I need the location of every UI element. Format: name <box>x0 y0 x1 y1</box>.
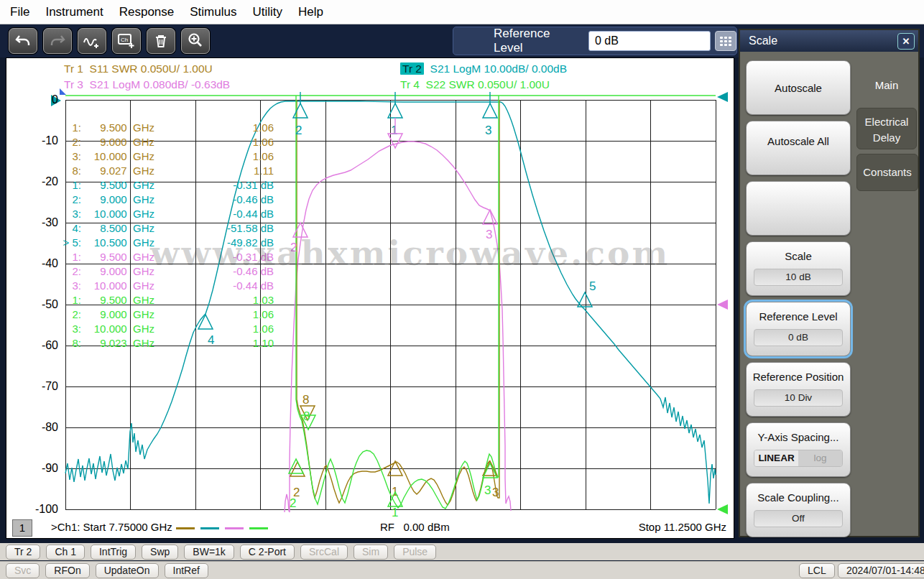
zoom-icon <box>187 32 204 50</box>
status-bar-row2: LCL 2024/07/01-14:48 SvcRFOnUpdateOnIntR… <box>0 561 924 579</box>
marker-frequency: 9.500 GHz <box>83 293 154 307</box>
marker-number: 2: <box>52 193 81 207</box>
scale-coupling-button[interactable]: Scale Coupling... Off <box>746 483 851 537</box>
status-chip-swp[interactable]: Swp <box>142 545 178 560</box>
marker-value: -0.44 dB <box>182 279 274 293</box>
menu-item-file[interactable]: File <box>10 5 29 19</box>
marker-value: 1.11 <box>182 164 274 178</box>
status-chip-ch-1[interactable]: Ch 1 <box>46 545 85 560</box>
menu-item-instrument[interactable]: Instrument <box>45 5 103 19</box>
marker-value: -0.46 dB <box>182 264 274 279</box>
marker-frequency: 8.500 GHz <box>83 221 154 236</box>
zoom-button[interactable] <box>181 28 210 54</box>
reference-position-value: 10 Div <box>754 389 843 407</box>
marker-frequency: 9.500 GHz <box>83 250 154 264</box>
channel-number-badge[interactable]: 1 <box>12 519 32 537</box>
status-chip-intref[interactable]: IntRef <box>165 563 208 578</box>
trace-id-label: Tr 3 <box>64 78 83 91</box>
trace4-header[interactable]: Tr 4 S22 SWR 0.050U/ 1.00U <box>400 78 550 91</box>
marker-frequency: 10.000 GHz <box>83 322 154 336</box>
trace2-legend-dash <box>200 527 219 529</box>
chart-marker[interactable]: 2 <box>289 459 303 510</box>
reference-level-button[interactable]: Reference Level 0 dB <box>746 302 851 356</box>
status-chip-bw-1k[interactable]: BW=1k <box>184 545 234 560</box>
tab-electrical-delay[interactable]: Electrical Delay <box>856 108 917 149</box>
scale-value: 10 dB <box>754 269 843 286</box>
sweep-start-label[interactable]: >Ch1: Start 7.75000 GHz <box>51 521 172 533</box>
log-option[interactable]: log <box>798 450 842 466</box>
keypad-icon <box>720 37 731 46</box>
marker-number: 3: <box>52 207 81 221</box>
menu-item-stimulus[interactable]: Stimulus <box>190 5 236 19</box>
marker-frequency: 9.500 GHz <box>83 178 154 193</box>
status-bar-row1: Tr 2Ch 1IntTrigSwpBW=1kC 2-PortSrcCalSim… <box>0 543 924 560</box>
status-chip-inttrig[interactable]: IntTrig <box>91 545 136 560</box>
trace-id-label: Tr 2 <box>400 62 424 75</box>
keypad-button[interactable] <box>715 31 736 51</box>
marker-value: -49.82 dB <box>182 236 274 250</box>
trace-id-label: Tr 4 <box>400 78 420 91</box>
grid <box>65 100 716 509</box>
menu-item-response[interactable]: Response <box>119 5 175 19</box>
marker-number: 1: <box>52 178 81 193</box>
scale-button[interactable]: Scale 10 dB <box>746 241 851 296</box>
reference-position-button[interactable]: Reference Position 10 Div <box>746 362 851 417</box>
svg-text:Ch: Ch <box>121 37 128 43</box>
undo-button[interactable] <box>9 28 37 54</box>
chart-marker[interactable]: 2 <box>293 92 308 137</box>
marker-number: 8: <box>52 336 81 351</box>
chart-marker[interactable]: 3 <box>483 210 497 241</box>
marker-value: 1.06 <box>182 121 274 135</box>
reference-level-input[interactable] <box>588 31 711 51</box>
trace2-header[interactable]: Tr 2 S21 LogM 10.00dB/ 0.00dB <box>400 62 567 75</box>
marker-number-label: 5 <box>589 279 596 293</box>
menu-item-help[interactable]: Help <box>298 5 323 19</box>
chart-marker[interactable]: 5 <box>578 279 596 307</box>
scale-panel: Scale ✕ Autoscale Autoscale All Scale 10… <box>739 29 920 537</box>
y-tick-label: -100 <box>18 503 58 516</box>
status-chip-updateon[interactable]: UpdateOn <box>96 563 159 578</box>
plot-area: 213452382138213 Tr 1 S11 SWR 0.050U/ 1.0… <box>6 57 734 539</box>
marker-value: 1.10 <box>182 336 274 351</box>
marker-frequency: 10.000 GHz <box>83 149 154 164</box>
marker-frequency: 10.500 GHz <box>83 236 154 250</box>
chart-marker[interactable]: 2 <box>290 223 308 254</box>
status-chip-rfon[interactable]: RFOn <box>45 563 89 578</box>
linear-option[interactable]: LINEAR <box>754 450 798 466</box>
redo-icon <box>49 33 66 49</box>
marker-number: 1: <box>52 121 81 135</box>
reference-level-widget: Reference Level <box>453 27 737 55</box>
autoscale-all-button[interactable]: Autoscale All <box>746 121 851 175</box>
y-tick-label: -90 <box>18 462 58 475</box>
status-chip-srccal: SrcCal <box>300 545 348 560</box>
menu-item-utility[interactable]: Utility <box>252 5 282 19</box>
add-channel-button[interactable]: Ch <box>112 28 141 54</box>
chart-marker[interactable]: 3 <box>483 92 497 137</box>
status-chip-c-2-port[interactable]: C 2-Port <box>240 545 295 560</box>
add-trace-icon <box>83 32 101 50</box>
blank-button[interactable] <box>746 181 851 236</box>
y-axis-spacing-button[interactable]: Y-Axis Spacing... LINEAR log <box>746 422 851 477</box>
marker-frequency: 10.000 GHz <box>83 207 154 221</box>
status-chip-tr-2[interactable]: Tr 2 <box>6 545 40 560</box>
marker-number: 8: <box>52 164 81 178</box>
close-icon[interactable]: ✕ <box>897 33 915 50</box>
status-chip-pulse: Pulse <box>394 545 436 560</box>
tab-main[interactable]: Main <box>856 68 917 103</box>
rf-power-label[interactable]: RF 0.00 dBm <box>380 521 450 533</box>
trace3-header[interactable]: Tr 3 S21 LogM 0.080dB/ -0.63dB <box>64 78 230 91</box>
y-axis-spacing-toggle[interactable]: LINEAR log <box>754 450 843 467</box>
delete-button[interactable] <box>147 28 175 54</box>
marker-value: 1.06 <box>182 322 274 336</box>
marker-value: -0.31 dB <box>182 178 274 193</box>
trace1-header[interactable]: Tr 1 S11 SWR 0.050U/ 1.00U <box>64 62 213 75</box>
tab-constants[interactable]: Constants <box>856 154 918 191</box>
lcl-indicator[interactable]: LCL <box>799 563 835 578</box>
redo-button[interactable] <box>43 28 72 54</box>
sweep-stop-label[interactable]: Stop 11.2500 GHz <box>639 521 726 533</box>
add-trace-button[interactable] <box>78 28 106 54</box>
chart-marker[interactable]: 2 <box>290 462 305 499</box>
autoscale-button[interactable]: Autoscale <box>746 60 851 115</box>
marker-number-label: 3 <box>484 483 491 497</box>
active-trace-indicator <box>60 88 66 95</box>
